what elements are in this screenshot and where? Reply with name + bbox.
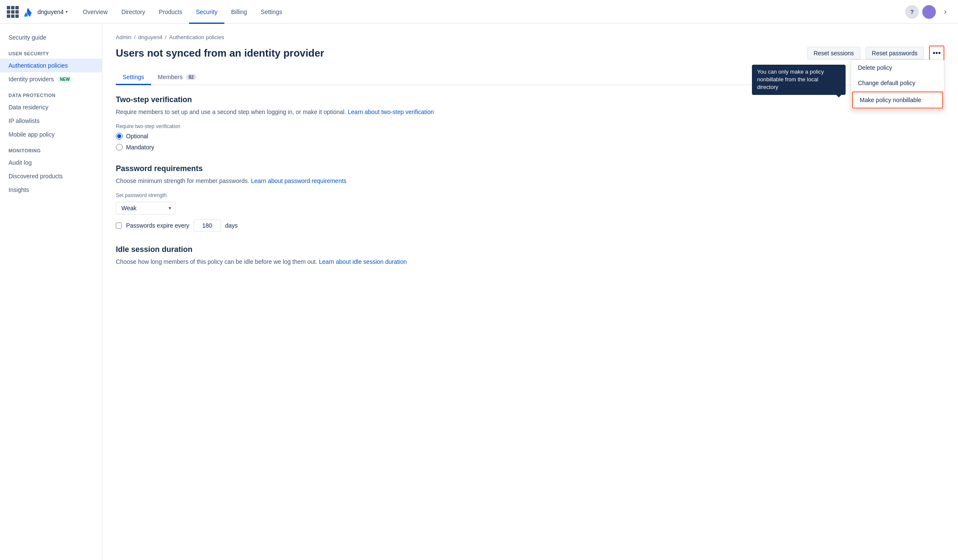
dropdown-menu: Delete policy Change default policy Make…	[851, 60, 944, 110]
svg-point-0	[926, 8, 932, 13]
nav-directory[interactable]: Directory	[115, 0, 152, 24]
atlassian-logo[interactable]	[22, 6, 34, 18]
breadcrumb-admin[interactable]: Admin	[116, 34, 132, 40]
org-chevron-icon: ▾	[66, 9, 68, 14]
dropdown-container: You can only make a policy nonbillable f…	[752, 58, 944, 110]
sidebar: Security guide USER SECURITY Authenticat…	[0, 24, 102, 560]
tooltip-wrapper: You can only make a policy nonbillable f…	[752, 65, 846, 97]
tooltip-arrow-icon	[836, 95, 841, 97]
topnav-right: ? ›	[905, 5, 951, 19]
days-label: days	[225, 222, 238, 229]
password-learn-link[interactable]: Learn about password requirements	[251, 177, 346, 184]
sidebar-section-monitoring: MONITORING	[0, 141, 102, 156]
password-strength-select[interactable]: Weak Fair Strong Stronger	[116, 202, 175, 214]
svg-point-1	[925, 14, 933, 19]
topnav: dnguyen4 ▾ Overview Directory Products S…	[0, 0, 958, 24]
sidebar-item-auth-policies[interactable]: Authentication policies	[0, 59, 102, 72]
radio-optional-label: Optional	[126, 133, 148, 140]
nav-products[interactable]: Products	[152, 0, 189, 24]
radio-mandatory[interactable]: Mandatory	[116, 144, 944, 151]
dropdown-item-change-default[interactable]: Change default policy	[851, 75, 944, 91]
sidebar-item-security-guide[interactable]: Security guide	[0, 31, 102, 44]
expire-row: Passwords expire every days	[116, 220, 944, 231]
expire-label: Passwords expire every	[126, 222, 189, 229]
sidebar-item-mobile-app-policy[interactable]: Mobile app policy	[0, 128, 102, 141]
password-title: Password requirements	[116, 164, 944, 173]
nav-billing[interactable]: Billing	[224, 0, 254, 24]
layout: Security guide USER SECURITY Authenticat…	[0, 24, 958, 560]
breadcrumb: Admin / dnguyen4 / Authentication polici…	[116, 34, 944, 40]
idle-session-description: Choose how long members of this policy c…	[116, 257, 944, 266]
radio-optional[interactable]: Optional	[116, 133, 944, 140]
password-strength-label: Set password strength	[116, 192, 944, 198]
password-description: Choose minimum strength for member passw…	[116, 177, 944, 186]
require-tsv-label: Require two-step verification	[116, 123, 944, 129]
idle-session-title: Idle session duration	[116, 245, 944, 254]
radio-optional-input[interactable]	[116, 133, 123, 140]
nav-overview[interactable]: Overview	[76, 0, 115, 24]
avatar[interactable]	[922, 5, 936, 19]
help-button[interactable]: ?	[905, 5, 919, 19]
dropdown-item-make-nonbillable[interactable]: Make policy nonbillable	[852, 91, 943, 109]
collapse-panel-icon[interactable]: ›	[939, 6, 951, 18]
topnav-left: dnguyen4 ▾	[7, 6, 68, 18]
org-name[interactable]: dnguyen4 ▾	[37, 9, 68, 15]
new-badge: NEW	[57, 76, 72, 83]
breadcrumb-current: Authentication policies	[169, 34, 224, 40]
sidebar-item-ip-allowlists[interactable]: IP allowlists	[0, 114, 102, 128]
idle-session-learn-link[interactable]: Learn about idle session duration	[319, 258, 407, 265]
tab-settings[interactable]: Settings	[116, 69, 151, 85]
expire-checkbox[interactable]	[116, 223, 122, 229]
main-content: Admin / dnguyen4 / Authentication polici…	[102, 24, 958, 560]
nav-settings[interactable]: Settings	[254, 0, 289, 24]
idle-session-section: Idle session duration Choose how long me…	[116, 245, 944, 266]
sidebar-item-audit-log[interactable]: Audit log	[0, 156, 102, 169]
nav-security[interactable]: Security	[189, 0, 224, 24]
tooltip-box: You can only make a policy nonbillable f…	[752, 65, 846, 95]
sidebar-section-data-protection: DATA PROTECTION	[0, 86, 102, 100]
radio-mandatory-input[interactable]	[116, 144, 123, 151]
password-strength-select-wrap: Weak Fair Strong Stronger ▾	[116, 202, 175, 214]
members-count-badge: 82	[186, 74, 196, 80]
sidebar-item-insights[interactable]: Insights	[0, 183, 102, 197]
expire-input[interactable]	[194, 220, 221, 231]
nav-links: Overview Directory Products Security Bil…	[76, 0, 904, 24]
tooltip-arrow-wrapper	[752, 95, 846, 97]
tab-members[interactable]: Members 82	[151, 69, 204, 85]
two-step-learn-link[interactable]: Learn about two-step verification	[348, 109, 434, 115]
sidebar-item-identity-providers[interactable]: Identity providers NEW	[0, 72, 102, 86]
radio-mandatory-label: Mandatory	[126, 144, 154, 151]
sidebar-item-discovered-products[interactable]: Discovered products	[0, 169, 102, 183]
sidebar-item-data-residency[interactable]: Data residency	[0, 100, 102, 114]
password-section: Password requirements Choose minimum str…	[116, 164, 944, 231]
breadcrumb-org[interactable]: dnguyen4	[138, 34, 162, 40]
dropdown-item-delete-policy[interactable]: Delete policy	[851, 60, 944, 75]
two-step-radio-group: Optional Mandatory	[116, 133, 944, 151]
apps-grid-icon[interactable]	[7, 6, 19, 18]
page-title: Users not synced from an identity provid…	[116, 47, 802, 59]
sidebar-section-user-security: USER SECURITY	[0, 44, 102, 59]
ellipsis-icon: •••	[933, 49, 941, 58]
